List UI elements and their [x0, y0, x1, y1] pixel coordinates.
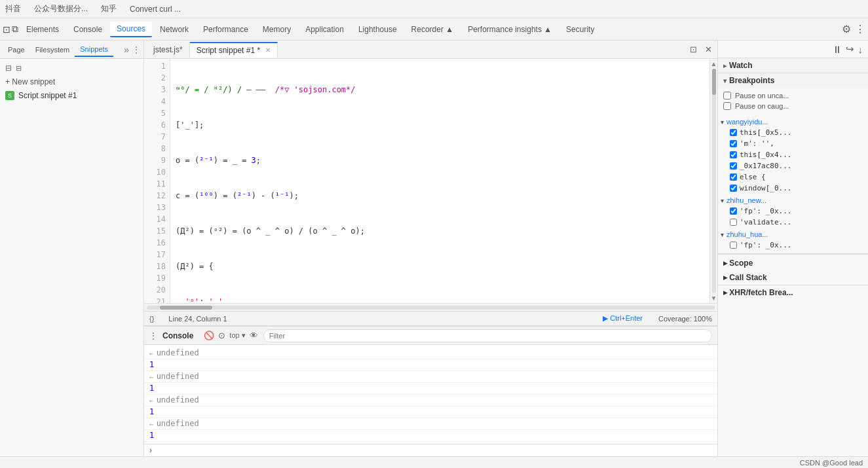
console-filter-icon[interactable]: ⊙ — [218, 331, 225, 340]
console-line: ← undefined — [144, 418, 717, 430]
pause-caught-checkbox[interactable] — [723, 102, 731, 110]
tab-console[interactable]: Console — [67, 22, 109, 37]
sources-sidebar-content: ⊟ ⊟ + New snippet S Script snippet #1 — [0, 59, 143, 456]
bp-checkbox[interactable] — [730, 129, 737, 136]
console-level-select[interactable]: top ▾ — [229, 331, 245, 340]
close-tab-icon[interactable]: ✕ — [265, 46, 271, 54]
snippet-icon: S — [5, 91, 14, 100]
tab-action-close-all[interactable]: ✕ — [702, 43, 715, 56]
watch-header[interactable]: ▸ Watch — [718, 58, 868, 73]
xhr-section[interactable]: ▸ XHR/fetch Brea... — [718, 285, 868, 300]
console-section: ⋮ Console 🚫 ⊙ top ▾ 👁 ← undefined — [144, 325, 717, 456]
vertical-scrollbar[interactable]: ▲ ▼ — [709, 59, 717, 303]
pause-uncaught-checkbox[interactable] — [723, 92, 731, 99]
console-value: undefined — [157, 419, 199, 428]
console-value: 1 — [149, 407, 154, 416]
bp-checkbox[interactable] — [730, 185, 737, 192]
tab-elements[interactable]: Elements — [20, 22, 66, 37]
devtools-settings-icon[interactable]: ⚙ — [842, 23, 851, 35]
prompt-arrow: › — [149, 446, 152, 455]
browser-tab-3[interactable]: 知乎 — [101, 3, 117, 14]
tab-sources[interactable]: Sources — [110, 22, 152, 37]
bp-group-zhuhu-header[interactable]: ▾ zhuhu_hua... — [718, 229, 868, 240]
scope-label: ▸ Scope — [723, 259, 753, 268]
step-over-icon[interactable]: ↪ — [846, 43, 854, 55]
callstack-section[interactable]: ▸ Call Stack — [718, 270, 868, 285]
bp-group-zhihu-header[interactable]: ▾ zhihu_new... — [718, 195, 868, 206]
sources-tab-page[interactable]: Page — [3, 43, 30, 56]
console-filter-input[interactable] — [263, 329, 712, 342]
watch-arrow-icon: ▸ — [723, 62, 726, 69]
bp-group-wangyiyidu-header[interactable]: ▾ wangyiyidu... — [718, 117, 868, 127]
browser-tab-2[interactable]: 公众号数据分... — [34, 3, 88, 14]
console-line: 1 — [144, 383, 717, 395]
cursor-position: Line 24, Column 1 — [168, 315, 227, 323]
sidebar-kebab-icon[interactable]: ⋮ — [132, 45, 141, 55]
devtools-icon-left-2[interactable]: ⧉ — [12, 24, 18, 35]
tab-network[interactable]: Network — [153, 22, 195, 37]
new-snippet-button[interactable]: + New snippet — [0, 75, 143, 89]
more-tabs-icon[interactable]: » — [124, 45, 129, 55]
pause-caught-label[interactable]: Pause on caug... — [723, 101, 863, 111]
breakpoints-section: ▾ Breakpoints Pause on unca... Pause on … — [718, 73, 868, 254]
console-arrow: ← — [149, 397, 154, 405]
run-button[interactable]: ▶ Ctrl+Enter — [603, 314, 643, 323]
bp-checkbox[interactable] — [730, 162, 737, 170]
console-input[interactable] — [156, 446, 712, 455]
line-numbers: 12345 678910 1112131415 1617181920 21222… — [144, 59, 170, 303]
step-into-icon[interactable]: ↓ — [858, 44, 863, 55]
tab-recorder[interactable]: Recorder ▲ — [405, 22, 461, 37]
console-toolbar-actions: 🚫 ⊙ top ▾ 👁 — [204, 331, 257, 340]
console-title: Console — [162, 331, 193, 340]
bp-item: 'fp': _0x... — [718, 240, 868, 251]
console-kebab-icon[interactable]: ⋮ — [149, 331, 157, 340]
bp-checkbox[interactable] — [730, 207, 737, 215]
sources-tab-filesystem[interactable]: Filesystem — [30, 43, 75, 56]
tab-security[interactable]: Security — [559, 22, 601, 37]
tab-lighthouse[interactable]: Lighthouse — [352, 22, 404, 37]
horizontal-scrollbar[interactable] — [144, 303, 717, 311]
tab-performance[interactable]: Performance — [197, 22, 255, 37]
expand-icon: ⊟ — [5, 63, 12, 73]
code-editor: 12345 678910 1112131415 1617181920 21222… — [144, 59, 717, 303]
scope-section[interactable]: ▸ Scope — [718, 254, 868, 270]
devtools-body: Page Filesystem Snippets » ⋮ ⊟ ⊟ + New s… — [0, 41, 868, 456]
pause-uncaught-label[interactable]: Pause on unca... — [723, 90, 863, 101]
tab-application[interactable]: Application — [299, 22, 350, 37]
devtools: ⊡ ⧉ Elements Console Sources Network Per… — [0, 18, 868, 456]
snippet-label: Script snippet #1 — [18, 91, 77, 100]
bp-checkbox[interactable] — [730, 173, 737, 181]
tab-action-split[interactable]: ⊡ — [687, 43, 700, 56]
sources-tab-snippets[interactable]: Snippets — [75, 43, 113, 57]
code-content[interactable]: ʷ⁰/ = / ᴴ²/) / — —— /*▽ 'sojson.com*/ ['… — [170, 59, 709, 303]
console-toolbar: ⋮ Console 🚫 ⊙ top ▾ 👁 — [144, 327, 717, 345]
bp-checkbox[interactable] — [730, 151, 737, 158]
devtools-more-icon[interactable]: ⋮ — [855, 23, 865, 35]
tab-performance-insights[interactable]: Performance insights ▲ — [461, 22, 558, 37]
devtools-icon-left-1[interactable]: ⊡ — [3, 24, 10, 35]
bp-checkbox[interactable] — [730, 242, 737, 249]
bp-text: window[_0... — [740, 184, 791, 192]
bp-checkbox[interactable] — [730, 219, 737, 226]
console-clear-icon[interactable]: 🚫 — [204, 331, 214, 340]
browser-tab-1[interactable]: 抖音 — [5, 3, 21, 14]
console-eye-icon[interactable]: 👁 — [250, 331, 258, 340]
file-tab-jstest[interactable]: jstest.js* — [147, 43, 190, 57]
console-arrow: ← — [149, 373, 154, 382]
browser-tab-4[interactable]: Convert curl ... — [130, 5, 181, 14]
bp-group-arrow: ▾ — [721, 118, 724, 126]
bp-group-zhuhu: ▾ zhuhu_hua... 'fp': _0x... — [718, 229, 868, 251]
watch-section: ▸ Watch — [718, 58, 868, 73]
devtools-toolbar: ⊡ ⧉ Elements Console Sources Network Per… — [0, 18, 868, 41]
tab-memory[interactable]: Memory — [256, 22, 297, 37]
sidebar-expand-icon[interactable]: ⊟ ⊟ — [0, 62, 143, 75]
breakpoints-header[interactable]: ▾ Breakpoints — [718, 73, 868, 88]
bp-item: 'fp': _0x... — [718, 206, 868, 217]
bp-checkbox[interactable] — [730, 140, 737, 147]
file-tab-snippet1[interactable]: Script snippet #1 * ✕ — [190, 42, 278, 58]
sidebar-item-snippet1[interactable]: S Script snippet #1 — [0, 89, 143, 102]
console-value: undefined — [157, 395, 199, 405]
format-icon[interactable]: {} — [149, 315, 154, 323]
pause-icon[interactable]: ⏸ — [832, 44, 842, 55]
coverage-label: Coverage: 100% — [658, 315, 712, 323]
